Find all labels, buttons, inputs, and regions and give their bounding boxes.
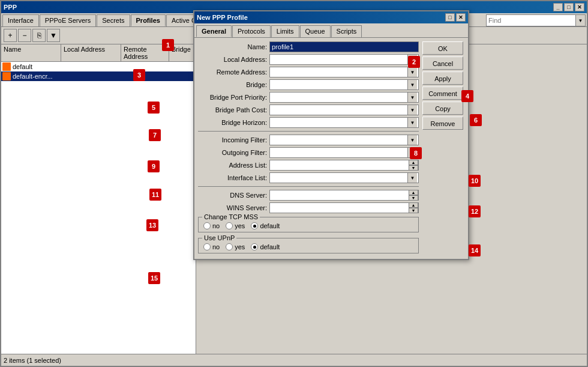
outgoing-filter-select[interactable]: ▼ [269, 147, 419, 158]
list-item-name: default-encr... [13, 73, 53, 80]
field-wins-server-row: WINS Server: ▲ ▼ [198, 202, 419, 213]
remove-btn[interactable]: − [18, 29, 31, 42]
remote-address-select[interactable]: ▼ [269, 67, 419, 77]
outgoing-filter-arrow[interactable]: ▼ [407, 148, 417, 157]
upnp-default-label: default [260, 243, 280, 250]
interface-list-arrow[interactable]: ▼ [407, 173, 417, 183]
dialog-tab-scripts[interactable]: Scripts [331, 25, 362, 37]
copy-toolbar-btn[interactable]: ⎘ [32, 29, 46, 42]
bridge-select[interactable]: ▼ [269, 79, 419, 90]
cancel-button[interactable]: Cancel [422, 56, 463, 70]
maximize-btn[interactable]: □ [564, 3, 574, 11]
tab-profiles[interactable]: Profiles [131, 14, 166, 26]
dialog-tab-protocols[interactable]: Protocols [232, 25, 271, 37]
tcp-mss-yes-radio[interactable] [226, 222, 233, 229]
remove-button[interactable]: Remove [422, 117, 463, 130]
tab-interface[interactable]: Interface [2, 14, 39, 26]
status-text: 2 items (1 selected) [4, 357, 61, 364]
status-bar: 2 items (1 selected) [1, 354, 587, 366]
tcp-mss-default-radio[interactable] [251, 222, 258, 229]
dns-server-spin-up[interactable]: ▲ [409, 190, 418, 195]
tcp-mss-no[interactable]: no [203, 222, 220, 229]
field-name-row: Name: [198, 41, 419, 52]
dialog-maximize-btn[interactable]: □ [445, 13, 455, 22]
wins-server-select[interactable]: ▲ ▼ [269, 202, 419, 213]
wins-server-spin-up[interactable]: ▲ [409, 202, 418, 208]
field-bridge-horizon-label: Bridge Horizon: [198, 119, 267, 126]
upnp-no-radio[interactable] [203, 243, 211, 250]
wins-server-spin-down[interactable]: ▼ [409, 208, 418, 213]
field-bridge-port-priority-label: Bridge Port Priority: [198, 94, 267, 101]
col-remote-addr: Remote Address [121, 44, 169, 61]
list-item[interactable]: default-encr... [1, 71, 196, 81]
new-ppp-profile-dialog: New PPP Profile □ ✕ General Protocols Li… [193, 10, 469, 260]
bridge-path-cost-select[interactable]: ▼ [269, 105, 419, 115]
minimize-btn[interactable]: _ [553, 3, 563, 11]
dns-server-spin-down[interactable]: ▼ [409, 195, 418, 201]
upnp-default[interactable]: default [251, 243, 280, 250]
upnp-default-radio[interactable] [251, 243, 258, 250]
bridge-horizon-arrow[interactable]: ▼ [407, 118, 417, 127]
field-remote-addr-label: Remote Address: [198, 68, 267, 76]
upnp-yes-radio[interactable] [226, 243, 233, 250]
field-remote-addr-row: Remote Address: ▼ [198, 67, 419, 77]
dialog-tab-general[interactable]: General [196, 25, 232, 37]
main-window-title: PPP [4, 4, 17, 11]
interface-list-select[interactable]: ▼ [269, 172, 419, 183]
field-incoming-filter-label: Incoming Filter: [198, 136, 267, 144]
field-bridge-label: Bridge: [198, 81, 267, 88]
add-btn[interactable]: + [4, 29, 17, 42]
copy-button[interactable]: Copy [422, 102, 463, 115]
bridge-arrow[interactable]: ▼ [407, 80, 417, 89]
remote-address-arrow[interactable]: ▼ [407, 67, 417, 77]
change-tcp-mss-group: Change TCP MSS no yes [198, 217, 419, 232]
dialog-close-btn[interactable]: ✕ [456, 13, 466, 22]
dialog-tab-queue[interactable]: Queue [300, 25, 331, 37]
dialog-tab-limits[interactable]: Limits [271, 25, 299, 37]
filter-btn[interactable]: ▼ [47, 29, 60, 42]
tab-secrets[interactable]: Secrets [97, 14, 130, 26]
col-local-addr: Local Address [61, 44, 121, 61]
dns-server-spin: ▲ ▼ [409, 190, 418, 201]
incoming-filter-select[interactable]: ▼ [269, 135, 419, 145]
bridge-port-priority-arrow[interactable]: ▼ [407, 93, 417, 102]
comment-button[interactable]: Comment [422, 86, 463, 100]
use-upnp-options: no yes default [203, 241, 413, 250]
field-incoming-filter-row: Incoming Filter: ▼ [198, 135, 419, 145]
upnp-no[interactable]: no [203, 243, 220, 250]
address-list-spin-up[interactable]: ▲ [409, 160, 418, 165]
list-body: default default-encr... [1, 62, 196, 366]
field-bridge-path-cost-row: Bridge Path Cost: ▼ [198, 105, 419, 115]
field-bridge-port-priority-row: Bridge Port Priority: ▼ [198, 92, 419, 103]
name-input[interactable] [269, 41, 419, 52]
list-item-name: default [13, 63, 32, 70]
incoming-filter-arrow[interactable]: ▼ [407, 135, 417, 145]
field-address-list-row: Address List: ▲ ▼ [198, 160, 419, 171]
bridge-horizon-select[interactable]: ▼ [269, 117, 419, 128]
local-address-arrow[interactable]: ▼ [407, 55, 417, 64]
find-dropdown-btn[interactable]: ▼ [576, 14, 586, 26]
tcp-mss-no-radio[interactable] [203, 222, 211, 229]
upnp-yes[interactable]: yes [226, 243, 245, 250]
tab-pppoe-servers[interactable]: PPPoE Servers [40, 14, 96, 26]
local-address-select[interactable]: ▼ [269, 54, 419, 65]
find-input[interactable] [486, 14, 576, 26]
dialog-form: Name: Local Address: ▼ Remote Address: [198, 41, 419, 255]
address-list-select[interactable]: ▲ ▼ [269, 160, 419, 171]
dialog-title-buttons: □ ✕ [445, 13, 466, 22]
ok-button[interactable]: OK [422, 41, 463, 55]
bridge-path-cost-arrow[interactable]: ▼ [407, 105, 417, 115]
close-btn[interactable]: ✕ [575, 3, 584, 11]
address-list-spin-down[interactable]: ▼ [409, 165, 418, 171]
main-window: PPP _ □ ✕ Interface PPPoE Servers Secret… [0, 0, 588, 367]
use-upnp-group: Use UPnP no yes [198, 238, 419, 253]
tcp-mss-default[interactable]: default [251, 222, 280, 229]
list-item[interactable]: default [1, 62, 196, 71]
field-interface-list-row: Interface List: ▼ [198, 172, 419, 183]
bridge-port-priority-select[interactable]: ▼ [269, 92, 419, 103]
apply-button[interactable]: Apply [422, 71, 463, 85]
dns-server-select[interactable]: ▲ ▼ [269, 190, 419, 201]
field-outgoing-filter-label: Outgoing Filter: [198, 149, 267, 156]
tcp-mss-yes[interactable]: yes [226, 222, 245, 229]
wins-server-spin: ▲ ▼ [409, 202, 418, 213]
